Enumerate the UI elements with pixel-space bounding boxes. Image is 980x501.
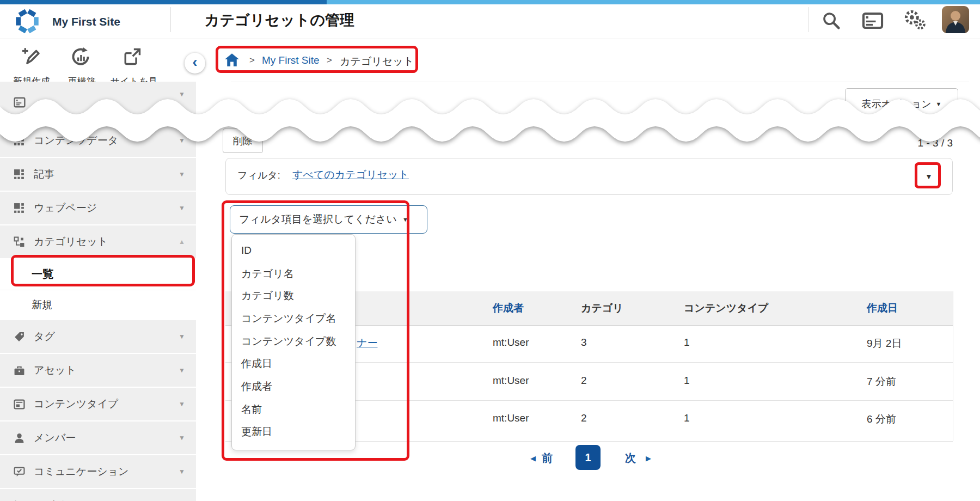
person-icon <box>14 432 25 444</box>
list-panel-icon[interactable] <box>862 13 884 29</box>
breadcrumb-site-link[interactable]: My First Site <box>262 54 320 66</box>
sidebar-item-category-sets[interactable]: カテゴリセット ▲ <box>0 225 196 258</box>
chevron-down-icon: ▼ <box>179 434 185 442</box>
cell-created: 9月 2日 <box>867 337 902 351</box>
caret-down-icon: ▼ <box>925 172 933 181</box>
sidebar-item-partial[interactable]: ▼ <box>0 82 196 123</box>
rebuild-icon[interactable] <box>71 47 90 66</box>
sidebar-subitem-new[interactable]: 新規 <box>0 290 196 319</box>
sidebar-item-members[interactable]: メンバー ▼ <box>0 421 196 454</box>
sidebar-collapse-button[interactable]: ‹ <box>185 53 205 74</box>
home-icon[interactable] <box>224 53 240 67</box>
chevron-down-icon: ▼ <box>179 204 185 212</box>
delete-button[interactable]: 削除 <box>223 129 263 153</box>
sidebar-item-label: メンバー <box>34 431 76 445</box>
filter-expand-button[interactable]: ▼ <box>919 167 939 186</box>
pagination-prev-arrow[interactable]: ◀ <box>530 454 536 462</box>
breadcrumb-separator: > <box>249 55 255 66</box>
caret-down-icon: ▼ <box>936 101 942 107</box>
user-avatar[interactable] <box>942 6 969 33</box>
settings-gears-icon[interactable] <box>903 9 927 31</box>
page-title: カテゴリセットの管理 <box>205 10 354 30</box>
sidebar-subitem-list[interactable]: 一覧 <box>0 259 196 289</box>
chevron-up-icon: ▲ <box>179 238 185 246</box>
pagination-current-page[interactable]: 1 <box>575 445 601 470</box>
menu-item-content-type-count[interactable]: コンテンツタイプ数 <box>241 334 336 349</box>
briefcase-icon <box>14 365 25 376</box>
chevron-down-icon: ▼ <box>179 366 185 374</box>
menu-item-name[interactable]: 名前 <box>241 402 262 417</box>
sidebar-item-assets[interactable]: アセット ▼ <box>0 354 196 387</box>
category-tree-icon <box>14 236 25 248</box>
site-name[interactable]: My First Site <box>52 15 120 28</box>
chevron-down-icon: ▼ <box>179 170 185 178</box>
sidebar-item-label: 記事 <box>34 167 54 181</box>
menu-item-author[interactable]: 作成者 <box>241 380 272 394</box>
site-logo-icon[interactable] <box>14 8 40 34</box>
pagination-prev[interactable]: 前 <box>542 451 553 466</box>
menu-item-content-type-name[interactable]: コンテンツタイプ名 <box>241 311 336 326</box>
content-data-icon <box>14 203 25 214</box>
sidebar-item-webpages[interactable]: ウェブページ ▼ <box>0 192 196 224</box>
header-divider <box>170 7 171 32</box>
table-right-border <box>953 291 953 441</box>
sidebar-item-label: タグ <box>34 329 55 344</box>
chevron-down-icon: ▼ <box>179 90 185 98</box>
topbar-strip-light <box>327 0 980 4</box>
chevron-down-icon: ▼ <box>179 400 185 408</box>
table-header-created[interactable]: 作成日 <box>867 301 898 315</box>
cell-author: mt:User <box>493 375 529 387</box>
menu-item-id[interactable]: ID <box>241 245 252 256</box>
menu-item-category-count[interactable]: カテゴリ数 <box>241 289 294 303</box>
filter-field-select-label: フィルタ項目を選択してください <box>239 212 397 227</box>
sidebar-item-content-types[interactable]: コンテンツタイプ ▼ <box>0 388 196 420</box>
menu-item-created-on[interactable]: 作成日 <box>241 357 272 371</box>
row-name-link-fragment[interactable]: ナー <box>357 336 377 350</box>
sidebar-item-label: デザイン <box>34 498 76 501</box>
cell-author: mt:User <box>493 412 529 424</box>
header-bottom-border <box>0 39 980 39</box>
cell-content-type: 1 <box>684 337 690 349</box>
chevron-down-icon: ▼ <box>179 137 185 144</box>
sidebar-item-label: コミュニケーション <box>34 465 129 479</box>
menu-item-modified-on[interactable]: 更新日 <box>241 425 272 439</box>
delete-button-label: 削除 <box>233 135 253 148</box>
pagination-page-number: 1 <box>585 451 591 464</box>
cell-created: 6 分前 <box>867 412 896 426</box>
chevron-down-icon: ▼ <box>179 468 185 475</box>
sidebar-item-content-data[interactable]: コンテンツデータ ▼ <box>0 124 196 157</box>
menu-item-category-name[interactable]: カテゴリ名 <box>241 267 294 281</box>
sidebar-item-label: ウェブページ <box>34 201 97 215</box>
filter-value-link[interactable]: すべてのカテゴリセット <box>292 168 409 182</box>
sidebar-item-entries[interactable]: 記事 ▼ <box>0 158 196 191</box>
tag-icon <box>14 331 25 343</box>
sidebar-item-label: カテゴリセット <box>34 235 108 249</box>
display-options-button[interactable]: 表示オプション ▼ <box>845 88 958 120</box>
sidebar-item-label: アセット <box>34 363 76 377</box>
cell-category: 2 <box>581 375 587 387</box>
cell-content-type: 1 <box>684 375 690 387</box>
window-icon <box>14 399 25 410</box>
breadcrumb-separator: > <box>327 55 332 66</box>
speech-bubble-check-icon <box>14 466 25 478</box>
view-site-icon[interactable] <box>123 47 142 66</box>
topbar-strip-dark <box>0 0 327 4</box>
sidebar-subitem-label: 一覧 <box>32 267 53 282</box>
create-new-icon[interactable] <box>21 47 40 66</box>
breadcrumb-current: カテゴリセット <box>340 54 414 69</box>
app-window: My First Site カテゴリセットの管理 <box>0 0 980 501</box>
result-count: 1 - 3 / 3 <box>893 137 953 149</box>
chevron-left-icon: ‹ <box>192 54 197 70</box>
cell-category: 2 <box>581 412 587 424</box>
table-header-content-type: コンテンツタイプ <box>684 301 769 315</box>
search-icon[interactable] <box>821 10 841 30</box>
filter-field-select[interactable]: フィルタ項目を選択してください ▼ <box>230 205 427 234</box>
sidebar-item-communication[interactable]: コミュニケーション ▼ <box>0 455 196 488</box>
pagination-next-arrow[interactable]: ▶ <box>646 454 651 462</box>
sidebar-item-tags[interactable]: タグ ▼ <box>0 320 196 353</box>
sidebar-item-design[interactable]: デザイン ▼ <box>0 489 196 501</box>
table-header-author[interactable]: 作成者 <box>493 301 524 315</box>
pagination-next[interactable]: 次 <box>625 451 636 466</box>
content-data-icon <box>14 169 25 180</box>
sidebar-subitem-label: 新規 <box>32 298 52 312</box>
